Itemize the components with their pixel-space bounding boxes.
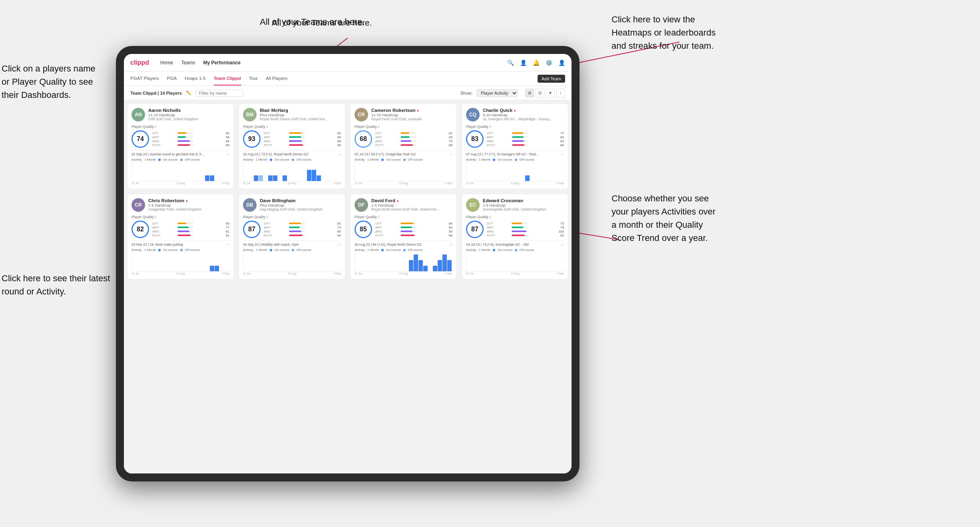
round-arrow[interactable]: → <box>226 243 229 247</box>
player-header: CQ Charlie Quick ● 6-10 Handicap St. Geo… <box>466 108 564 121</box>
putt-value: 91 <box>211 234 229 237</box>
player-name[interactable]: Cameron Robertson ● <box>371 108 452 113</box>
quality-score[interactable]: 68 <box>355 130 372 148</box>
player-club: Royal Perth Golf Club, Australia <box>371 117 452 121</box>
edit-team-icon[interactable]: ✏️ <box>186 90 191 95</box>
tab-hcaps[interactable]: Hcaps 1-5 <box>185 72 205 86</box>
ott-value: 73 <box>544 222 564 225</box>
player-card[interactable]: DB Dave Billingham Plus Handicap Sag Mag… <box>239 194 345 279</box>
quality-score[interactable]: 74 <box>131 130 149 148</box>
player-name[interactable]: Aaron Nicholls <box>148 108 229 113</box>
tab-all-players[interactable]: All Players <box>266 72 287 86</box>
player-header: CR Cameron Robertson ● 11-15 Handicap Ro… <box>355 108 452 121</box>
chart-area <box>355 162 452 181</box>
arg-bar-wrap <box>289 231 305 232</box>
on-course-label: On course <box>275 248 289 252</box>
show-select[interactable]: Player Activity <box>476 89 518 97</box>
last-round[interactable]: 19 Jul 23 | 74 (+4), Sunningdale GC - Ol… <box>466 241 564 247</box>
sort-button[interactable]: ↕ <box>556 89 565 97</box>
quality-score[interactable]: 85 <box>355 221 372 238</box>
player-name[interactable]: Chris Robertson ● <box>148 198 229 203</box>
arg-value: 83 <box>545 139 564 143</box>
player-card[interactable]: DF David Ford ● 1-5 Handicap Royal North… <box>350 194 457 279</box>
player-name[interactable]: Edward Crossman <box>483 198 564 203</box>
avatar: CR <box>355 108 368 121</box>
last-round[interactable]: 04 Sep 23 | Mobility with coach, Gym → <box>243 241 341 247</box>
chart-label-1: 31 Jul <box>466 182 474 185</box>
round-arrow[interactable]: → <box>226 152 229 156</box>
off-course-label: Off course <box>297 248 311 252</box>
arg-bar-wrap <box>400 231 416 232</box>
app-label: APP <box>375 135 399 139</box>
grid-view-button[interactable]: ⊞ <box>525 89 534 97</box>
nav-my-performance[interactable]: My Performance <box>203 60 240 66</box>
quality-score[interactable]: 87 <box>243 221 261 238</box>
off-course-dot <box>515 249 517 251</box>
chart-area <box>243 162 341 181</box>
filter-input[interactable] <box>195 89 243 97</box>
heatmaps-annotation: Click here to view theHeatmaps or leader… <box>612 13 715 52</box>
last-round[interactable]: 02 Sep 23 | Sunrise round to get back in… <box>131 150 229 156</box>
round-arrow[interactable]: → <box>337 243 341 247</box>
player-name[interactable]: Dave Billingham <box>260 198 341 203</box>
avatar-icon[interactable]: 👤 <box>558 59 565 66</box>
quality-score[interactable]: 87 <box>466 221 484 238</box>
player-card[interactable]: CR Chris Robertson ● 1-5 Handicap Craigi… <box>127 194 234 279</box>
profile-icon[interactable]: 👤 <box>520 59 527 66</box>
tab-pgat-players[interactable]: PGAT Players <box>130 72 159 86</box>
quality-section: 87 OTT 73 APP 79 ARG 103 PUTT 92 <box>466 221 564 238</box>
round-arrow[interactable]: → <box>449 152 452 156</box>
tab-pga[interactable]: PGA <box>167 72 177 86</box>
chart-label-1: 31 Jul <box>355 272 362 275</box>
last-round[interactable]: 26 Aug 23 | 84 (+12), Royal North Devon … <box>355 241 452 247</box>
quality-score[interactable]: 93 <box>243 130 261 148</box>
ott-bar-wrap <box>177 223 193 224</box>
putt-value: 85 <box>211 143 229 147</box>
activity-title: Activity · 1 Month <box>355 248 379 252</box>
player-card[interactable]: AN Aaron Nicholls 11-15 Handicap Drift G… <box>127 103 234 189</box>
putt-bar <box>177 144 190 146</box>
nav-icons: 🔍 👤 🔔 ⚙️ 👤 <box>507 59 565 66</box>
activity-header: Activity · 1 Month On course Off course <box>355 158 452 161</box>
activity-title: Activity · 1 Month <box>466 248 490 252</box>
putt-bar-wrap <box>177 144 193 146</box>
round-arrow[interactable]: → <box>560 243 564 247</box>
round-arrow[interactable]: → <box>449 243 452 247</box>
player-name[interactable]: Blair McHarg <box>260 108 341 113</box>
putt-label: PUTT <box>152 234 176 237</box>
on-course-label: On course <box>163 158 178 161</box>
player-card[interactable]: BM Blair McHarg Plus Handicap Royal Nort… <box>239 103 345 189</box>
app-bar-wrap <box>177 136 193 138</box>
on-course-dot <box>381 249 384 251</box>
last-round[interactable]: 07 Aug 23 | 77 (+7), St George's Hill GC… <box>466 150 564 156</box>
last-round[interactable]: 02 Jul 23 | 59 (+17), Craigimllar Park G… <box>355 150 452 156</box>
ott-label: OTT <box>375 222 399 225</box>
add-team-button[interactable]: Add Team <box>538 75 565 83</box>
bell-icon[interactable]: 🔔 <box>532 59 540 66</box>
settings-icon[interactable]: ⚙️ <box>545 59 552 66</box>
round-arrow[interactable]: → <box>337 152 341 156</box>
player-card[interactable]: EC Edward Crossman 1-5 Handicap Sunningd… <box>462 194 568 279</box>
tab-team-clippd[interactable]: Team Clippd <box>214 72 241 86</box>
putt-bar <box>512 144 524 146</box>
list-view-button[interactable]: ⊟ <box>536 89 544 97</box>
round-arrow[interactable]: → <box>560 152 564 156</box>
chart-label-2: 21 Aug <box>511 182 520 185</box>
nav-teams[interactable]: Teams <box>181 60 195 66</box>
player-name[interactable]: David Ford ● <box>371 198 452 203</box>
search-icon[interactable]: 🔍 <box>507 59 514 66</box>
player-card[interactable]: CR Cameron Robertson ● 11-15 Handicap Ro… <box>350 103 457 189</box>
quality-score[interactable]: 83 <box>466 130 484 148</box>
activity-section: Activity · 1 Month On course Off course … <box>243 248 341 275</box>
player-card[interactable]: CQ Charlie Quick ● 6-10 Handicap St. Geo… <box>462 103 568 189</box>
arg-value: 84 <box>211 139 229 143</box>
nav-home[interactable]: Home <box>160 60 173 66</box>
last-round[interactable]: 26 Aug 23 | 73 (+1), Royal North Devon G… <box>243 150 341 156</box>
chart-label-3: 4 Sep <box>445 182 452 185</box>
stats-grid: OTT 60 APP 58 ARG 84 PUTT 85 <box>152 131 229 147</box>
filter-button[interactable]: ▼ <box>546 89 555 97</box>
tab-tour[interactable]: Tour <box>249 72 258 86</box>
player-name[interactable]: Charlie Quick ● <box>483 108 564 113</box>
quality-score[interactable]: 82 <box>131 221 149 238</box>
last-round[interactable]: 03 Mar 23 | 19, Must make putting → <box>131 241 229 247</box>
